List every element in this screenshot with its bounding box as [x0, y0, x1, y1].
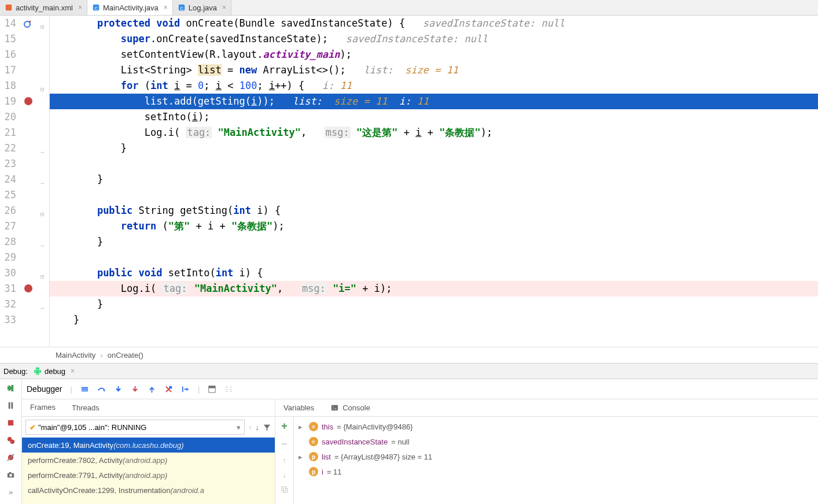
file-tab[interactable]: activity_main.xml×	[0, 0, 87, 15]
mute-breakpoints-button[interactable]	[6, 452, 16, 462]
expand-arrow-icon[interactable]: ▸	[299, 423, 305, 431]
resume-button[interactable]	[6, 383, 16, 393]
code-line[interactable]: protected void onCreate(Bundle savedInst…	[50, 16, 818, 31]
pause-button[interactable]	[6, 400, 16, 410]
code-line[interactable]: }	[50, 297, 818, 312]
tab-threads[interactable]: Threads	[64, 399, 108, 416]
stack-frame[interactable]: performCreate:7791, Activity (android.ap…	[22, 468, 275, 483]
trace-current-stream-chain-icon[interactable]	[224, 385, 233, 394]
run-to-cursor-icon[interactable]	[181, 385, 190, 394]
debug-toolwindow-bar: Debug: debug ×	[0, 363, 818, 379]
stop-button[interactable]	[6, 417, 16, 428]
variable-row[interactable]: ▸plist = {ArrayList@9487} size = 11	[299, 449, 818, 464]
variable-type-icon: p	[309, 467, 318, 476]
variables-panel[interactable]: ▸≡this = {MainActivity@9486}≡savedInstan…	[294, 417, 818, 504]
breadcrumb-class[interactable]: MainActivity	[56, 351, 95, 360]
fold-toggle-icon[interactable]: —	[40, 175, 45, 191]
variable-type-icon: ≡	[309, 422, 318, 431]
code-line[interactable]: Log.i( tag: "MainActivity", msg: "这是第" +…	[50, 125, 818, 140]
variable-row[interactable]: pi = 11	[299, 464, 818, 479]
stack-frame[interactable]: onCreate:19, MainActivity (com.lucashu.d…	[22, 438, 275, 453]
filter-icon[interactable]	[263, 423, 271, 432]
fold-toggle-icon[interactable]: ⊟	[40, 206, 45, 222]
code-line[interactable]	[50, 156, 818, 172]
tab-label: activity_main.xml	[16, 3, 73, 12]
code-line[interactable]: }	[50, 312, 818, 328]
file-tabs-bar: activity_main.xml×CMainActivity.java×CLo…	[0, 0, 818, 16]
code-line[interactable]: Log.i( tag: "MainActivity", msg: "i=" + …	[50, 281, 818, 297]
code-line[interactable]: setContentView(R.layout.activity_main);	[50, 47, 818, 62]
thread-selector[interactable]: ✔ "main"@9,105 ...ain": RUNNING ▾	[25, 420, 245, 435]
close-icon[interactable]: ×	[78, 3, 82, 12]
fold-toggle-icon[interactable]: —	[40, 300, 45, 316]
file-tab[interactable]: CLog.java×	[173, 0, 231, 15]
variable-row[interactable]: ▸≡this = {MainActivity@9486}	[299, 419, 818, 434]
evaluate-expression-icon[interactable]	[208, 385, 216, 394]
breadcrumb[interactable]: MainActivity › onCreate()	[0, 347, 818, 363]
code-line[interactable]: super.onCreate(savedInstanceState); save…	[50, 31, 818, 47]
svg-rect-19	[283, 488, 288, 493]
code-line[interactable]: list.add(getSting(i)); list: size = 11 i…	[50, 94, 818, 109]
next-frame-icon[interactable]: ↓	[256, 423, 260, 432]
code-line[interactable]: }	[50, 140, 818, 156]
expand-arrow-icon[interactable]: ▸	[299, 453, 305, 461]
debugger-tab[interactable]: Debugger	[27, 384, 62, 394]
fold-toggle-icon[interactable]: —	[40, 238, 45, 253]
move-up-icon[interactable]: ↑	[282, 456, 286, 465]
svg-rect-17	[331, 405, 338, 410]
frames-list[interactable]: onCreate:19, MainActivity (com.lucashu.d…	[22, 438, 275, 504]
code-line[interactable]: }	[50, 234, 818, 250]
move-down-icon[interactable]: ↓	[282, 470, 286, 479]
fold-toggle-icon[interactable]: ⊟	[40, 19, 45, 35]
override-icon[interactable]	[23, 18, 32, 34]
code-line[interactable]: public String getSting(int i) {	[50, 203, 818, 218]
tab-console[interactable]: Console	[322, 399, 378, 416]
variable-name: savedInstanceState	[322, 438, 388, 446]
duplicate-watch-icon[interactable]	[280, 485, 289, 494]
add-watch-icon[interactable]: +	[281, 420, 288, 432]
show-execution-point-icon[interactable]	[80, 385, 89, 394]
code-editor[interactable]: 1415161718192021222324252627282930313233…	[0, 16, 818, 347]
code-line[interactable]	[50, 250, 818, 265]
view-breakpoints-button[interactable]	[6, 435, 16, 445]
variable-row[interactable]: ≡savedInstanceState = null	[299, 434, 818, 449]
fold-toggle-icon[interactable]: ⊟	[40, 81, 45, 97]
close-icon[interactable]: ×	[222, 3, 226, 12]
code-line[interactable]	[50, 187, 818, 203]
breakpoint-gutter[interactable]	[21, 16, 38, 347]
stack-frame[interactable]: callActivityOnCreate:1299, Instrumentati…	[22, 483, 275, 498]
step-over-icon[interactable]	[97, 385, 106, 394]
camera-icon[interactable]	[6, 469, 16, 480]
close-icon[interactable]: ×	[71, 367, 75, 375]
line-number-gutter: 1415161718192021222324252627282930313233	[0, 16, 21, 347]
fold-toggle-icon[interactable]: ⊟	[40, 269, 45, 284]
breadcrumb-method[interactable]: onCreate()	[108, 351, 143, 360]
fold-toggle-icon[interactable]: —	[40, 144, 45, 160]
more-icon[interactable]: »	[6, 487, 16, 497]
step-out-icon[interactable]	[148, 385, 156, 394]
code-line[interactable]: public void setInto(int i) {	[50, 265, 818, 281]
force-step-into-icon[interactable]	[131, 385, 139, 394]
code-line[interactable]: setInto(i);	[50, 109, 818, 125]
code-line[interactable]: }	[50, 172, 818, 187]
previous-frame-icon[interactable]: ↑	[248, 423, 252, 432]
tab-frames[interactable]: Frames	[22, 399, 64, 416]
debug-config-tab[interactable]: debug ×	[34, 367, 75, 376]
remove-watch-icon[interactable]: −	[281, 438, 288, 450]
breakpoint-icon[interactable]	[24, 284, 32, 292]
code-line[interactable]: return ("第" + i + "条教据");	[50, 218, 818, 234]
file-tab[interactable]: CMainActivity.java×	[87, 0, 173, 15]
svg-point-5	[24, 21, 30, 27]
tab-label: Log.java	[189, 3, 217, 12]
stack-frame[interactable]: performCreate:7802, Activity (android.ap…	[22, 453, 275, 468]
breakpoint-icon[interactable]	[24, 97, 32, 105]
fold-gutter[interactable]: ⊟⊟——⊟—⊟—	[38, 16, 50, 347]
close-icon[interactable]: ×	[164, 3, 168, 12]
code-line[interactable]: for (int i = 0; i < 100; i++) { i: 11	[50, 78, 818, 94]
step-into-icon[interactable]	[114, 385, 123, 394]
code-area[interactable]: protected void onCreate(Bundle savedInst…	[50, 16, 818, 347]
tab-variables[interactable]: Variables	[275, 399, 322, 416]
drop-frame-icon[interactable]	[164, 385, 173, 394]
variable-value: = {ArrayList@9487} size = 11	[334, 453, 432, 461]
code-line[interactable]: List<String> list = new ArrayList<>(); l…	[50, 62, 818, 78]
